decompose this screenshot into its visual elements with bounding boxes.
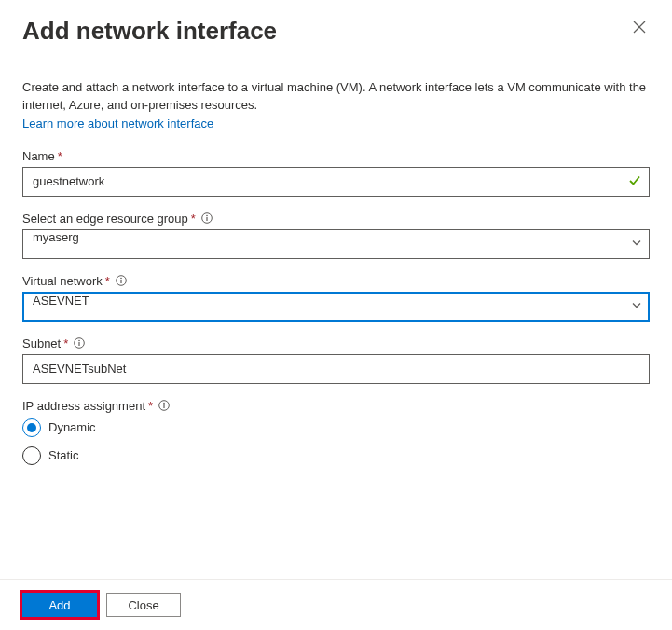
radio-circle-icon	[22, 418, 41, 437]
radio-dynamic[interactable]: Dynamic	[22, 418, 650, 437]
svg-point-9	[78, 340, 80, 342]
add-button[interactable]: Add	[22, 593, 97, 617]
resource-group-label: Select an edge resource group	[22, 212, 188, 226]
field-virtual-network: Virtual network * ASEVNET	[22, 274, 650, 322]
field-ip-assignment: IP address assignment * Dynamic Static	[22, 399, 650, 465]
virtual-network-label: Virtual network	[22, 274, 103, 288]
resource-group-label-row: Select an edge resource group *	[22, 212, 650, 226]
required-indicator: *	[58, 149, 62, 163]
dialog-title: Add network interface	[22, 17, 277, 46]
field-name: Name *	[22, 149, 650, 197]
svg-rect-7	[120, 280, 121, 283]
svg-rect-10	[79, 342, 80, 346]
ip-assignment-radio-group: Dynamic Static	[22, 418, 650, 465]
learn-more-link[interactable]: Learn more about network interface	[22, 116, 213, 130]
dialog-footer: Add Close	[0, 579, 672, 630]
close-icon-button[interactable]	[629, 17, 650, 40]
required-indicator: *	[148, 399, 153, 413]
ip-assignment-label-row: IP address assignment *	[22, 399, 650, 413]
virtual-network-select[interactable]: ASEVNET	[22, 292, 650, 322]
description-text: Create and attach a network interface to…	[22, 79, 650, 115]
radio-static[interactable]: Static	[22, 446, 650, 465]
dialog-header: Add network interface	[0, 0, 672, 49]
svg-point-6	[120, 278, 122, 280]
info-icon[interactable]	[116, 275, 127, 286]
subnet-label: Subnet	[22, 336, 61, 350]
info-icon[interactable]	[158, 400, 170, 411]
radio-dynamic-label: Dynamic	[48, 420, 96, 434]
name-label-row: Name *	[22, 149, 650, 163]
svg-point-12	[163, 403, 165, 404]
info-icon[interactable]	[74, 337, 85, 349]
svg-point-3	[206, 215, 208, 217]
radio-static-label: Static	[48, 448, 79, 462]
info-icon[interactable]	[201, 212, 213, 224]
name-input[interactable]	[22, 167, 650, 197]
resource-group-select[interactable]: myaserg	[22, 229, 650, 259]
field-resource-group: Select an edge resource group * myaserg	[22, 212, 650, 259]
svg-rect-4	[206, 217, 207, 221]
subnet-label-row: Subnet *	[22, 336, 650, 350]
svg-rect-13	[163, 404, 164, 408]
close-icon	[633, 21, 646, 34]
close-button[interactable]: Close	[106, 593, 181, 617]
radio-circle-icon	[22, 446, 41, 465]
name-label: Name	[22, 149, 55, 163]
subnet-input[interactable]	[22, 354, 650, 384]
dialog-content: Create and attach a network interface to…	[0, 49, 672, 579]
field-subnet: Subnet *	[22, 336, 650, 384]
ip-assignment-label: IP address assignment	[22, 399, 145, 413]
required-indicator: *	[63, 336, 68, 350]
required-indicator: *	[105, 274, 110, 288]
required-indicator: *	[191, 212, 196, 226]
virtual-network-label-row: Virtual network *	[22, 274, 650, 288]
